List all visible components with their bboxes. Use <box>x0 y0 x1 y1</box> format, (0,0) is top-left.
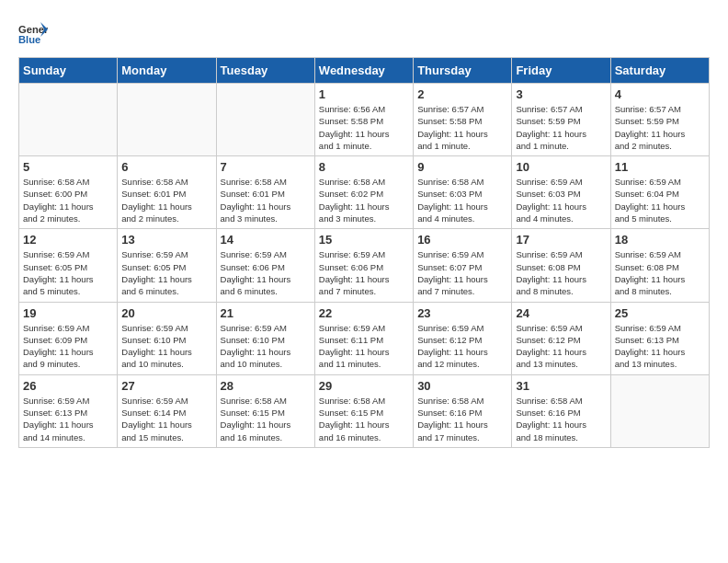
day-info: Sunrise: 6:58 AM Sunset: 6:15 PM Dayligh… <box>319 395 409 443</box>
day-info: Sunrise: 6:59 AM Sunset: 6:05 PM Dayligh… <box>121 248 211 297</box>
day-number: 24 <box>516 306 606 320</box>
empty-cell <box>216 84 314 156</box>
day-info: Sunrise: 6:59 AM Sunset: 6:10 PM Dayligh… <box>121 322 211 371</box>
day-cell-23: 23Sunrise: 6:59 AM Sunset: 6:12 PM Dayli… <box>414 302 512 374</box>
week-row-5: 26Sunrise: 6:59 AM Sunset: 6:13 PM Dayli… <box>19 374 710 447</box>
day-number: 22 <box>319 306 409 320</box>
day-number: 16 <box>417 233 507 247</box>
weekday-header-tuesday: Tuesday <box>216 58 314 84</box>
day-number: 5 <box>23 160 113 174</box>
calendar-table: SundayMondayTuesdayWednesdayThursdayFrid… <box>18 57 710 448</box>
weekday-header-saturday: Saturday <box>610 58 709 84</box>
day-number: 12 <box>23 233 113 247</box>
day-cell-8: 8Sunrise: 6:58 AM Sunset: 6:02 PM Daylig… <box>314 156 413 229</box>
page-header: General Blue <box>18 18 710 48</box>
day-cell-5: 5Sunrise: 6:58 AM Sunset: 6:00 PM Daylig… <box>19 156 118 229</box>
empty-cell <box>610 374 709 447</box>
day-number: 10 <box>516 160 606 174</box>
weekday-header-sunday: Sunday <box>19 58 118 84</box>
week-row-3: 12Sunrise: 6:59 AM Sunset: 6:05 PM Dayli… <box>19 229 710 302</box>
day-number: 19 <box>23 306 113 320</box>
day-info: Sunrise: 6:58 AM Sunset: 6:03 PM Dayligh… <box>417 176 507 224</box>
day-cell-9: 9Sunrise: 6:58 AM Sunset: 6:03 PM Daylig… <box>414 156 512 229</box>
weekday-header-row: SundayMondayTuesdayWednesdayThursdayFrid… <box>19 58 710 84</box>
day-number: 3 <box>516 87 606 101</box>
day-info: Sunrise: 6:59 AM Sunset: 6:04 PM Dayligh… <box>615 176 705 224</box>
day-info: Sunrise: 6:56 AM Sunset: 5:58 PM Dayligh… <box>319 103 409 152</box>
day-info: Sunrise: 6:59 AM Sunset: 6:11 PM Dayligh… <box>319 322 409 371</box>
day-info: Sunrise: 6:59 AM Sunset: 6:12 PM Dayligh… <box>417 322 507 371</box>
day-number: 8 <box>319 160 409 174</box>
day-cell-31: 31Sunrise: 6:58 AM Sunset: 6:16 PM Dayli… <box>512 374 610 447</box>
day-cell-26: 26Sunrise: 6:59 AM Sunset: 6:13 PM Dayli… <box>19 374 118 447</box>
day-cell-17: 17Sunrise: 6:59 AM Sunset: 6:08 PM Dayli… <box>512 229 610 302</box>
day-info: Sunrise: 6:59 AM Sunset: 6:09 PM Dayligh… <box>23 322 113 371</box>
day-cell-27: 27Sunrise: 6:59 AM Sunset: 6:14 PM Dayli… <box>118 374 216 447</box>
day-cell-30: 30Sunrise: 6:58 AM Sunset: 6:16 PM Dayli… <box>414 374 512 447</box>
weekday-header-monday: Monday <box>118 58 216 84</box>
day-info: Sunrise: 6:57 AM Sunset: 5:59 PM Dayligh… <box>615 103 705 152</box>
day-number: 21 <box>221 306 311 320</box>
day-number: 27 <box>121 379 211 393</box>
day-info: Sunrise: 6:58 AM Sunset: 6:01 PM Dayligh… <box>221 176 311 224</box>
day-cell-12: 12Sunrise: 6:59 AM Sunset: 6:05 PM Dayli… <box>19 229 118 302</box>
day-number: 26 <box>23 379 113 393</box>
weekday-header-thursday: Thursday <box>414 58 512 84</box>
day-cell-16: 16Sunrise: 6:59 AM Sunset: 6:07 PM Dayli… <box>414 229 512 302</box>
day-cell-29: 29Sunrise: 6:58 AM Sunset: 6:15 PM Dayli… <box>314 374 413 447</box>
day-cell-15: 15Sunrise: 6:59 AM Sunset: 6:06 PM Dayli… <box>314 229 413 302</box>
day-cell-6: 6Sunrise: 6:58 AM Sunset: 6:01 PM Daylig… <box>118 156 216 229</box>
day-cell-7: 7Sunrise: 6:58 AM Sunset: 6:01 PM Daylig… <box>216 156 314 229</box>
day-cell-19: 19Sunrise: 6:59 AM Sunset: 6:09 PM Dayli… <box>19 302 118 374</box>
day-info: Sunrise: 6:59 AM Sunset: 6:10 PM Dayligh… <box>221 322 311 371</box>
day-info: Sunrise: 6:59 AM Sunset: 6:08 PM Dayligh… <box>516 248 606 297</box>
day-number: 30 <box>417 379 507 393</box>
day-info: Sunrise: 6:59 AM Sunset: 6:03 PM Dayligh… <box>516 176 606 224</box>
day-info: Sunrise: 6:59 AM Sunset: 6:13 PM Dayligh… <box>23 395 113 443</box>
day-cell-13: 13Sunrise: 6:59 AM Sunset: 6:05 PM Dayli… <box>118 229 216 302</box>
day-number: 18 <box>615 233 705 247</box>
weekday-header-wednesday: Wednesday <box>314 58 413 84</box>
logo: General Blue <box>18 18 48 48</box>
empty-cell <box>118 84 216 156</box>
day-number: 1 <box>319 87 409 101</box>
day-info: Sunrise: 6:58 AM Sunset: 6:00 PM Dayligh… <box>23 176 113 224</box>
day-cell-14: 14Sunrise: 6:59 AM Sunset: 6:06 PM Dayli… <box>216 229 314 302</box>
day-info: Sunrise: 6:57 AM Sunset: 5:59 PM Dayligh… <box>516 103 606 152</box>
day-cell-22: 22Sunrise: 6:59 AM Sunset: 6:11 PM Dayli… <box>314 302 413 374</box>
logo-icon: General Blue <box>18 18 48 48</box>
day-info: Sunrise: 6:59 AM Sunset: 6:14 PM Dayligh… <box>121 395 211 443</box>
day-info: Sunrise: 6:58 AM Sunset: 6:16 PM Dayligh… <box>417 395 507 443</box>
day-cell-1: 1Sunrise: 6:56 AM Sunset: 5:58 PM Daylig… <box>314 84 413 156</box>
day-number: 7 <box>221 160 311 174</box>
day-info: Sunrise: 6:59 AM Sunset: 6:12 PM Dayligh… <box>516 322 606 371</box>
day-cell-21: 21Sunrise: 6:59 AM Sunset: 6:10 PM Dayli… <box>216 302 314 374</box>
empty-cell <box>19 84 118 156</box>
day-number: 31 <box>516 379 606 393</box>
day-cell-2: 2Sunrise: 6:57 AM Sunset: 5:58 PM Daylig… <box>414 84 512 156</box>
day-cell-25: 25Sunrise: 6:59 AM Sunset: 6:13 PM Dayli… <box>610 302 709 374</box>
day-info: Sunrise: 6:59 AM Sunset: 6:08 PM Dayligh… <box>615 248 705 297</box>
day-number: 6 <box>121 160 211 174</box>
day-number: 15 <box>319 233 409 247</box>
day-info: Sunrise: 6:59 AM Sunset: 6:05 PM Dayligh… <box>23 248 113 297</box>
day-info: Sunrise: 6:58 AM Sunset: 6:15 PM Dayligh… <box>221 395 311 443</box>
day-info: Sunrise: 6:58 AM Sunset: 6:16 PM Dayligh… <box>516 395 606 443</box>
day-number: 17 <box>516 233 606 247</box>
day-cell-11: 11Sunrise: 6:59 AM Sunset: 6:04 PM Dayli… <box>610 156 709 229</box>
day-number: 25 <box>615 306 705 320</box>
week-row-1: 1Sunrise: 6:56 AM Sunset: 5:58 PM Daylig… <box>19 84 710 156</box>
weekday-header-friday: Friday <box>512 58 610 84</box>
svg-text:Blue: Blue <box>18 34 40 45</box>
day-info: Sunrise: 6:59 AM Sunset: 6:13 PM Dayligh… <box>615 322 705 371</box>
day-number: 20 <box>121 306 211 320</box>
day-info: Sunrise: 6:57 AM Sunset: 5:58 PM Dayligh… <box>417 103 507 152</box>
week-row-2: 5Sunrise: 6:58 AM Sunset: 6:00 PM Daylig… <box>19 156 710 229</box>
day-info: Sunrise: 6:58 AM Sunset: 6:01 PM Dayligh… <box>121 176 211 224</box>
day-cell-10: 10Sunrise: 6:59 AM Sunset: 6:03 PM Dayli… <box>512 156 610 229</box>
day-number: 11 <box>615 160 705 174</box>
day-number: 9 <box>417 160 507 174</box>
day-cell-20: 20Sunrise: 6:59 AM Sunset: 6:10 PM Dayli… <box>118 302 216 374</box>
day-number: 4 <box>615 87 705 101</box>
day-cell-18: 18Sunrise: 6:59 AM Sunset: 6:08 PM Dayli… <box>610 229 709 302</box>
